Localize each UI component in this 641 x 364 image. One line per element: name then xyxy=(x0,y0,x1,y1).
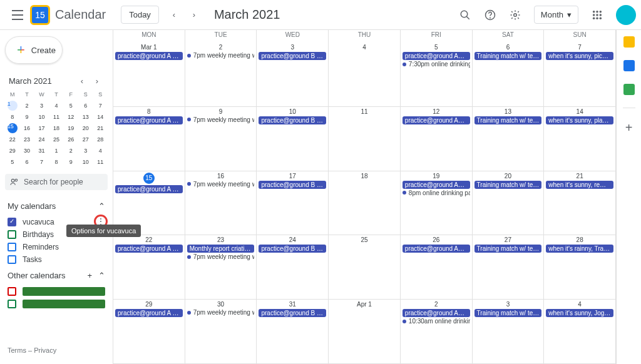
mini-day[interactable]: 2 xyxy=(64,145,78,156)
day-cell[interactable]: 3practice@ground B backsi xyxy=(257,43,329,107)
mini-day[interactable]: 11 xyxy=(93,156,107,168)
event-chip[interactable]: when it's sunny, pick up dr xyxy=(546,52,613,60)
my-calendars-toggle[interactable]: My calendars ⌃ xyxy=(5,196,108,216)
event-chip[interactable]: practice@ground B backsi xyxy=(259,309,326,317)
mini-day[interactable]: 7 xyxy=(34,156,49,168)
add-calendar-button[interactable]: + xyxy=(87,271,92,280)
day-cell[interactable]: 4 xyxy=(329,43,401,107)
day-cell[interactable]: 97pm weekly meeting with xyxy=(185,107,257,171)
day-cell[interactable]: 5practice@ground AB Full7:30pm online dr… xyxy=(401,43,473,107)
mini-day[interactable]: 8 xyxy=(5,111,19,123)
event-chip[interactable]: practice@ground A front s xyxy=(115,185,183,193)
day-cell[interactable]: 7when it's sunny, pick up dr xyxy=(544,43,616,107)
day-cell[interactable]: 14when it's sunny, planning n xyxy=(544,107,616,171)
calendar-checkbox[interactable] xyxy=(8,230,16,239)
event-chip[interactable]: practice@ground AB Full xyxy=(403,52,470,60)
search-icon[interactable] xyxy=(454,4,476,26)
mini-day[interactable]: 4 xyxy=(93,145,107,156)
day-cell[interactable]: 22practice@ground A front s xyxy=(113,235,185,300)
mini-day[interactable]: 6 xyxy=(19,156,34,168)
day-cell[interactable]: 20Training match w/ team Z xyxy=(473,171,545,236)
mini-day[interactable]: 11 xyxy=(49,111,63,123)
day-cell[interactable]: 10practice@ground B backsi xyxy=(257,107,329,171)
mini-day[interactable]: 6 xyxy=(78,100,93,111)
mini-day[interactable]: 3 xyxy=(78,145,93,156)
event-chip[interactable]: when it's sunny, remote BE xyxy=(546,181,613,189)
event-chip[interactable]: practice@ground AB Full xyxy=(403,181,470,189)
keep-icon[interactable] xyxy=(623,36,635,48)
day-cell[interactable]: 24practice@ground B backsi xyxy=(257,235,329,300)
add-addon-button[interactable]: + xyxy=(625,121,633,135)
day-cell[interactable]: 23Monthly report criation rec7pm weekly … xyxy=(185,235,257,300)
mini-day[interactable]: 10 xyxy=(34,111,49,123)
event-item[interactable]: 10:30am online drinking xyxy=(403,318,470,325)
mini-day[interactable]: 28 xyxy=(93,134,107,145)
event-chip[interactable]: practice@ground AB Full xyxy=(403,309,470,317)
mini-day[interactable]: 12 xyxy=(64,111,78,123)
day-cell[interactable]: 21when it's sunny, remote BE xyxy=(544,171,616,236)
day-cell[interactable]: 25 xyxy=(329,235,401,300)
mini-day[interactable]: 9 xyxy=(19,111,34,123)
event-chip[interactable]: practice@ground B backsi xyxy=(259,245,326,253)
day-cell[interactable]: 11 xyxy=(329,107,401,171)
day-cell[interactable]: 28when it's rainny, Training n xyxy=(544,235,616,300)
mini-day[interactable]: 17 xyxy=(34,123,49,134)
mini-day[interactable]: 27 xyxy=(78,134,93,145)
day-cell[interactable]: 17practice@ground B backsi xyxy=(257,171,329,236)
mini-day[interactable]: 23 xyxy=(19,134,34,145)
other-calendars-toggle[interactable]: Other calendars + ⌃ xyxy=(5,266,108,285)
mini-day[interactable]: 9 xyxy=(64,156,78,168)
search-people-input[interactable]: Search for people xyxy=(5,174,108,190)
event-chip[interactable]: practice@ground B backsi xyxy=(259,116,326,124)
event-item[interactable]: 7pm weekly meeting with xyxy=(187,253,255,260)
day-cell[interactable]: 27pm weekly meeting with xyxy=(185,43,257,107)
mini-day[interactable]: 7 xyxy=(93,100,107,111)
today-button[interactable]: Today xyxy=(121,6,159,24)
create-button[interactable]: + Create xyxy=(5,36,63,64)
event-chip[interactable]: practice@ground A front s xyxy=(115,116,183,124)
mini-day[interactable]: 22 xyxy=(5,134,19,145)
day-cell[interactable]: 167pm weekly meeting with xyxy=(185,171,257,236)
event-item[interactable]: 7pm weekly meeting with xyxy=(187,52,255,59)
mini-calendar[interactable]: MTWTFSS123456789101112131415161718192021… xyxy=(5,89,108,168)
day-cell[interactable]: 31practice@ground B backsi xyxy=(257,300,329,364)
day-cell[interactable]: 307pm weekly meeting with xyxy=(185,300,257,364)
mini-day[interactable]: 20 xyxy=(78,123,93,134)
event-chip[interactable]: Training match w/ team T xyxy=(474,245,542,253)
event-chip[interactable]: practice@ground B backsi xyxy=(259,181,326,189)
day-cell[interactable]: 2practice@ground AB Full10:30am online d… xyxy=(401,300,473,364)
day-cell[interactable]: 3Training match w/ team Z xyxy=(473,300,545,364)
event-chip[interactable]: practice@ground AB Full xyxy=(403,116,470,124)
event-chip[interactable]: when it's sunny, planning n xyxy=(546,116,613,124)
event-chip[interactable]: practice@ground A front s xyxy=(115,245,183,253)
calendar-checkbox[interactable] xyxy=(8,218,16,226)
menu-button[interactable] xyxy=(5,3,30,28)
calendar-checkbox[interactable] xyxy=(8,255,16,264)
mini-day[interactable]: 29 xyxy=(5,145,19,156)
apps-icon[interactable] xyxy=(586,4,608,26)
event-chip[interactable]: practice@ground A front s xyxy=(115,309,183,317)
day-cell[interactable]: 27Training match w/ team T xyxy=(473,235,545,300)
mini-day[interactable]: 16 xyxy=(19,123,34,134)
event-chip[interactable]: Training match w/ team Z xyxy=(474,181,542,189)
maps-icon[interactable] xyxy=(623,84,635,95)
view-selector[interactable]: Month ▾ xyxy=(534,6,578,24)
mini-day[interactable]: 18 xyxy=(49,123,63,134)
mini-day[interactable]: 10 xyxy=(78,156,93,168)
event-chip[interactable]: Monthly report criation rec xyxy=(187,245,255,253)
prev-period-button[interactable]: ‹ xyxy=(164,5,184,25)
day-cell[interactable]: 13Training match w/ team T xyxy=(473,107,545,171)
calendar-checkbox[interactable] xyxy=(8,243,16,251)
mini-day[interactable]: 4 xyxy=(49,100,63,111)
next-period-button[interactable]: › xyxy=(184,5,204,25)
mini-day[interactable]: 5 xyxy=(64,100,78,111)
event-chip[interactable]: Training match w/ team Z xyxy=(474,52,542,60)
settings-icon[interactable] xyxy=(504,4,526,26)
mini-prev-button[interactable]: ‹ xyxy=(75,74,89,88)
mini-day[interactable]: 2 xyxy=(19,100,34,111)
day-cell[interactable]: 29practice@ground A front s xyxy=(113,300,185,364)
event-chip[interactable]: practice@ground A front s xyxy=(115,52,183,60)
event-item[interactable]: 8pm online drinking party xyxy=(403,190,470,196)
day-cell[interactable]: Mar 1practice@ground A front s xyxy=(113,43,185,107)
event-item[interactable]: 7pm weekly meeting with xyxy=(187,309,255,316)
